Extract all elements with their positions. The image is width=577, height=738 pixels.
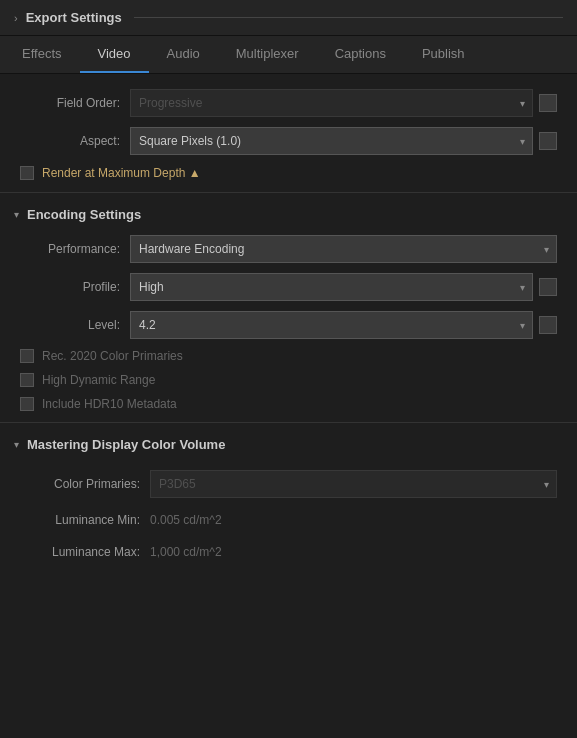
field-order-select-wrap: Progressive ▾	[130, 89, 533, 117]
field-order-row: Field Order: Progressive ▾	[0, 84, 577, 122]
aspect-select[interactable]: Square Pixels (1.0)	[130, 127, 533, 155]
profile-select[interactable]: High Main Baseline	[130, 273, 533, 301]
encoding-collapse-icon: ▾	[14, 209, 19, 220]
divider-2	[0, 422, 577, 423]
luminance-max-row: Luminance Max: 1,000 cd/m^2	[0, 536, 577, 568]
aspect-label: Aspect:	[20, 134, 130, 148]
color-volume-section: Color Primaries: P3D65 ▾ Luminance Min: …	[0, 464, 577, 568]
performance-row: Performance: Hardware Encoding Software …	[0, 230, 577, 268]
luminance-min-label: Luminance Min:	[20, 513, 150, 527]
luminance-min-value: 0.005 cd/m^2	[150, 513, 222, 527]
luminance-min-row: Luminance Min: 0.005 cd/m^2	[0, 504, 577, 536]
main-content: Field Order: Progressive ▾ Aspect: Squar…	[0, 74, 577, 578]
level-row: Level: 4.2 4.1 4.0 ▾	[0, 306, 577, 344]
level-label: Level:	[20, 318, 130, 332]
render-max-depth-label: Render at Maximum Depth ▲	[42, 166, 201, 180]
aspect-checkbox[interactable]	[539, 132, 557, 150]
color-primaries-select-wrap: P3D65 ▾	[150, 470, 557, 498]
tab-audio[interactable]: Audio	[149, 36, 218, 73]
tab-multiplexer[interactable]: Multiplexer	[218, 36, 317, 73]
aspect-row: Aspect: Square Pixels (1.0) ▾	[0, 122, 577, 160]
tab-effects[interactable]: Effects	[4, 36, 80, 73]
header-line	[134, 17, 563, 18]
color-primaries-row: Color Primaries: P3D65 ▾	[0, 464, 577, 504]
tab-publish[interactable]: Publish	[404, 36, 483, 73]
encoding-section-header[interactable]: ▾ Encoding Settings	[0, 199, 577, 230]
mastering-section-title: Mastering Display Color Volume	[27, 437, 225, 452]
performance-select[interactable]: Hardware Encoding Software Encoding	[130, 235, 557, 263]
level-select[interactable]: 4.2 4.1 4.0	[130, 311, 533, 339]
field-order-checkbox[interactable]	[539, 94, 557, 112]
divider-1	[0, 192, 577, 193]
luminance-max-value: 1,000 cd/m^2	[150, 545, 222, 559]
mastering-collapse-icon: ▾	[14, 439, 19, 450]
header-bar: › Export Settings	[0, 0, 577, 36]
tabs-bar: Effects Video Audio Multiplexer Captions…	[0, 36, 577, 74]
render-max-depth-row: Render at Maximum Depth ▲	[0, 160, 577, 186]
mastering-section-header[interactable]: ▾ Mastering Display Color Volume	[0, 429, 577, 460]
profile-checkbox[interactable]	[539, 278, 557, 296]
hdr-row: High Dynamic Range	[0, 368, 577, 392]
profile-select-wrap: High Main Baseline ▾	[130, 273, 533, 301]
rec2020-checkbox[interactable]	[20, 349, 34, 363]
header-title: Export Settings	[26, 10, 122, 25]
profile-label: Profile:	[20, 280, 130, 294]
aspect-select-wrap: Square Pixels (1.0) ▾	[130, 127, 533, 155]
hdr-checkbox[interactable]	[20, 373, 34, 387]
encoding-section-title: Encoding Settings	[27, 207, 141, 222]
rec2020-row: Rec. 2020 Color Primaries	[0, 344, 577, 368]
tab-captions[interactable]: Captions	[317, 36, 404, 73]
tab-video[interactable]: Video	[80, 36, 149, 73]
level-select-wrap: 4.2 4.1 4.0 ▾	[130, 311, 533, 339]
render-max-depth-checkbox[interactable]	[20, 166, 34, 180]
color-primaries-select[interactable]: P3D65	[150, 470, 557, 498]
color-primaries-label: Color Primaries:	[20, 477, 150, 491]
level-checkbox[interactable]	[539, 316, 557, 334]
profile-row: Profile: High Main Baseline ▾	[0, 268, 577, 306]
field-order-label: Field Order:	[20, 96, 130, 110]
field-order-select[interactable]: Progressive	[130, 89, 533, 117]
performance-select-wrap: Hardware Encoding Software Encoding ▾	[130, 235, 557, 263]
rec2020-label: Rec. 2020 Color Primaries	[42, 349, 183, 363]
hdr-label: High Dynamic Range	[42, 373, 155, 387]
hdr10-label: Include HDR10 Metadata	[42, 397, 177, 411]
luminance-max-label: Luminance Max:	[20, 545, 150, 559]
performance-label: Performance:	[20, 242, 130, 256]
hdr10-row: Include HDR10 Metadata	[0, 392, 577, 416]
hdr10-checkbox[interactable]	[20, 397, 34, 411]
collapse-chevron[interactable]: ›	[14, 12, 18, 24]
